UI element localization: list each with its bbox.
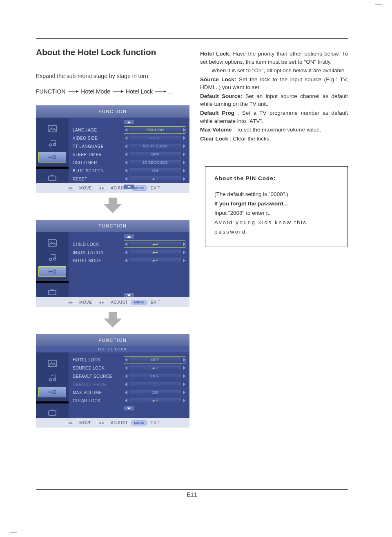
chevron-right-icon[interactable]	[183, 169, 185, 173]
menu-row[interactable]: TT LANGUAGEWEST EURO	[73, 142, 185, 150]
chevron-left-icon[interactable]	[125, 250, 127, 254]
chevron-left-icon[interactable]	[125, 136, 127, 140]
chevron-right-icon[interactable]	[183, 177, 185, 181]
menu-row-control[interactable]: 60 SECONDS	[125, 160, 185, 165]
enter-arrow-icon	[152, 258, 158, 262]
menu-row[interactable]: DEFAULT PROG1	[73, 380, 185, 388]
chevron-left-icon[interactable]	[125, 399, 127, 403]
menu-row[interactable]: RESET	[73, 175, 185, 183]
osd-title: FUNCTION	[36, 220, 189, 232]
menu-row-control[interactable]	[125, 242, 185, 247]
menu-row-control[interactable]	[125, 258, 185, 263]
menu-row[interactable]: DEFAULT SOURCEOFF	[73, 372, 185, 380]
chevron-left-icon[interactable]	[125, 358, 127, 362]
menu-row-label: HOTEL LOCK	[73, 358, 125, 362]
menu-row[interactable]: VIDEO SIZEFULL	[73, 134, 185, 142]
definition-item: Clear Lock : Clear the locks.	[200, 135, 348, 143]
chevron-right-icon[interactable]	[183, 144, 185, 148]
menu-row-control[interactable]: ON	[125, 168, 185, 173]
chevron-left-icon[interactable]	[125, 169, 127, 173]
tv-icon	[38, 287, 66, 297]
picture-icon	[38, 358, 66, 368]
chevron-left-icon[interactable]	[125, 366, 127, 370]
menu-row-control[interactable]: OFF	[125, 152, 185, 157]
chevron-left-icon[interactable]	[125, 258, 127, 263]
crumb-1: FUNCTION	[36, 88, 65, 95]
top-rule	[36, 38, 348, 39]
menu-value: OFF	[129, 374, 181, 379]
adjust-key-icon: ◀ ▶	[96, 300, 108, 305]
menu-row[interactable]: BLUE SCREENON	[73, 167, 185, 175]
osd-menu-function-1: FUNCTION LANGUAGEENGLISHVIDEO SIZEFULLTT…	[36, 105, 189, 193]
menu-value	[129, 398, 181, 403]
breadcrumb: FUNCTION Hotel Mode Hotel Lock …	[36, 88, 189, 95]
menu-row-control[interactable]: WEST EURO	[125, 144, 185, 149]
arrow-icon	[113, 91, 123, 92]
chevron-right-icon[interactable]	[183, 136, 185, 140]
chevron-right-icon[interactable]	[183, 366, 185, 370]
menu-value: 1	[129, 382, 181, 387]
menu-row-control[interactable]	[125, 250, 185, 255]
chevron-left-icon[interactable]	[125, 144, 127, 148]
menu-row[interactable]: MAX VOLUME100	[73, 388, 185, 397]
chevron-right-icon[interactable]	[183, 258, 185, 263]
menu-row-control[interactable]	[125, 365, 185, 370]
menu-row[interactable]: HOTEL LOCKOFF	[73, 356, 185, 364]
menu-row-control[interactable]: OFF	[125, 374, 185, 379]
osd-title: FUNCTION	[36, 105, 189, 118]
chevron-right-icon[interactable]	[183, 382, 185, 386]
scroll-down-button[interactable]	[124, 406, 134, 410]
osd-menu-function-2: FUNCTION CHILD LOCKINSTALLATIONHOTEL MOD…	[36, 220, 189, 307]
chevron-right-icon[interactable]	[183, 152, 185, 156]
menu-row-control[interactable]: OFF	[125, 357, 185, 362]
menu-row-control[interactable]: 100	[125, 390, 185, 395]
scroll-down-button[interactable]	[124, 293, 134, 297]
svg-point-3	[53, 156, 56, 159]
scroll-up-button[interactable]	[124, 120, 134, 124]
music-icon	[38, 138, 66, 148]
chevron-right-icon[interactable]	[183, 242, 185, 246]
chevron-right-icon[interactable]	[183, 390, 185, 394]
menu-row[interactable]: OSD TIMER60 SECONDS	[73, 158, 185, 167]
menu-row-label: RESET	[73, 177, 125, 181]
menu-row[interactable]: INSTALLATION	[73, 248, 185, 256]
chevron-right-icon[interactable]	[183, 374, 185, 378]
menu-key-icon: MENU	[131, 420, 147, 426]
chevron-left-icon[interactable]	[125, 177, 127, 181]
menu-row-label: TT LANGUAGE	[73, 144, 125, 149]
menu-value	[129, 250, 181, 255]
menu-row-control[interactable]: FULL	[125, 136, 185, 140]
chevron-left-icon[interactable]	[125, 242, 127, 246]
menu-key-icon: MENU	[131, 300, 147, 305]
chevron-left-icon[interactable]	[125, 382, 127, 386]
menu-value: WEST EURO	[129, 144, 181, 149]
menu-row[interactable]: HOTEL MODE	[73, 256, 185, 265]
menu-row-label: VIDEO SIZE	[73, 136, 125, 140]
menu-row[interactable]: SOURCE LOCK	[73, 364, 185, 372]
chevron-right-icon[interactable]	[183, 399, 185, 403]
chevron-left-icon[interactable]	[125, 152, 127, 156]
menu-row-control[interactable]	[125, 398, 185, 403]
intro-text: Expand the sub-menu stage by stage in tu…	[36, 73, 189, 79]
chevron-right-icon[interactable]	[183, 250, 185, 254]
pin-code-box: About the PIN Code: (The default setting…	[205, 166, 348, 247]
chevron-left-icon[interactable]	[125, 128, 127, 132]
chevron-right-icon[interactable]	[183, 160, 185, 165]
menu-row[interactable]: CLEAR LOCK	[73, 397, 185, 405]
osd-icon-column	[36, 232, 69, 297]
scroll-down-button[interactable]	[124, 185, 134, 189]
svg-point-6	[49, 258, 52, 261]
chevron-right-icon[interactable]	[183, 358, 185, 362]
scroll-up-button[interactable]	[124, 234, 134, 238]
menu-row-control[interactable]: ENGLISH	[125, 127, 185, 132]
chevron-left-icon[interactable]	[125, 374, 127, 378]
menu-row[interactable]: LANGUAGEENGLISH	[73, 126, 185, 134]
menu-row[interactable]: SLEEP TIMEROFF	[73, 150, 185, 158]
chevron-right-icon[interactable]	[183, 128, 185, 132]
chevron-left-icon[interactable]	[125, 160, 127, 165]
menu-row[interactable]: CHILD LOCK	[73, 240, 185, 248]
definitions-list: Hotel Lock: Have the priority than other…	[200, 50, 348, 143]
menu-row-control[interactable]	[125, 176, 185, 181]
chevron-left-icon[interactable]	[125, 390, 127, 394]
menu-row-control[interactable]: 1	[125, 382, 185, 387]
